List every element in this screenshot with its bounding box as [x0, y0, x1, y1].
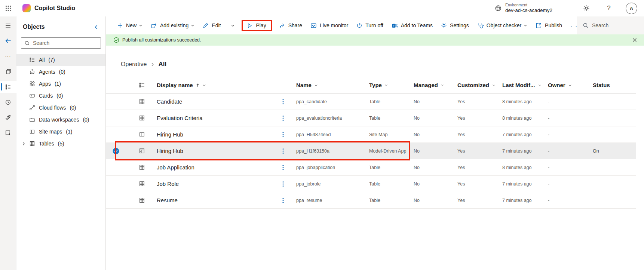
plus-icon	[117, 22, 123, 28]
row-commands-button[interactable]	[276, 132, 290, 138]
object-checker-button[interactable]: Object checker	[477, 22, 527, 29]
chevron-down-icon	[191, 24, 194, 27]
add-existing-button[interactable]: Add existing	[151, 22, 194, 29]
list-layout-icon[interactable]	[139, 82, 157, 88]
new-button[interactable]: New	[117, 22, 142, 28]
rocket-icon[interactable]	[1, 111, 15, 123]
tree-item-apps[interactable]: Apps (1)	[16, 78, 105, 90]
chevron-down-icon	[568, 83, 572, 87]
share-button[interactable]: Share	[279, 22, 302, 29]
chevron-right-icon	[150, 62, 154, 67]
column-header-customized[interactable]: Customized	[457, 82, 502, 88]
column-header-type[interactable]: Type	[369, 82, 414, 88]
row-commands-button[interactable]	[276, 99, 290, 105]
tree-item-cards[interactable]: Cards (0)	[16, 90, 105, 102]
breadcrumb-parent[interactable]: Operative	[121, 61, 147, 68]
row-commands-button[interactable]	[276, 165, 290, 171]
table-icon	[139, 181, 157, 187]
back-arrow-icon[interactable]	[1, 35, 15, 47]
table-row[interactable]: Evaluation Criteria ppa_evaluationcriter…	[106, 110, 636, 126]
table-row[interactable]: Resume ppa_resume Table No Yes 7 minutes…	[106, 192, 636, 209]
main-search-input[interactable]	[592, 22, 637, 28]
column-header-owner[interactable]: Owner	[548, 82, 593, 88]
table-icon	[139, 164, 157, 171]
row-commands-button[interactable]	[276, 181, 290, 187]
collapse-panel-icon[interactable]	[92, 23, 100, 31]
tree-item-agents[interactable]: Agents (0)	[16, 66, 105, 78]
chevron-down-icon	[492, 83, 496, 87]
column-header-name[interactable]: Name	[290, 82, 369, 88]
cloud-flow-icon	[29, 105, 35, 111]
tree-item-site-maps[interactable]: Site maps (1)	[16, 126, 105, 138]
settings-gear-icon[interactable]	[581, 3, 592, 14]
table-row[interactable]: Hiring Hub ppa_H54874e5d Site Map No Yes…	[106, 126, 636, 143]
publish-button[interactable]: Publish	[536, 22, 562, 29]
chevron-right-icon[interactable]	[21, 142, 27, 146]
turn-off-button[interactable]: Turn off	[356, 22, 383, 28]
tree-item-tables[interactable]: Tables (5)	[16, 138, 105, 150]
app-launcher-icon[interactable]	[0, 0, 16, 16]
add-to-teams-button[interactable]: Add to Teams	[392, 22, 433, 29]
row-commands-button[interactable]	[276, 148, 290, 154]
chevron-down-icon	[538, 83, 542, 87]
command-bar: New Add existing	[106, 16, 644, 34]
brand[interactable]: Copilot Studio	[22, 4, 75, 12]
table-row[interactable]: Job Application ppa_jobapplication Table…	[106, 159, 636, 176]
column-header-display-name[interactable]: Display name	[157, 82, 276, 88]
history-icon[interactable]	[1, 96, 15, 108]
chevron-down-icon	[202, 83, 206, 87]
main-search-box[interactable]	[577, 16, 644, 34]
chevron-down-icon	[384, 83, 388, 87]
rail-more-icon[interactable]: ···	[1, 50, 15, 62]
breadcrumb: Operative All	[121, 59, 644, 70]
solutions-icon[interactable]	[1, 127, 15, 139]
all-list-icon	[29, 57, 35, 63]
environment-label: Environment	[505, 3, 552, 7]
model-driven-app-icon	[139, 148, 157, 154]
pages-icon[interactable]	[1, 65, 15, 77]
banner-message: Publish all customizations succeeded.	[122, 37, 201, 43]
environment-picker[interactable]: Environment dev-ad-cs-academy2	[494, 3, 552, 14]
agent-bot-icon	[29, 69, 35, 75]
hamburger-menu-icon[interactable]	[1, 19, 15, 31]
tree-item-data-workspaces[interactable]: Data workspaces (0)	[16, 114, 105, 126]
objects-search-input[interactable]	[33, 40, 98, 46]
table-row[interactable]: Job Role ppa_jobrole Table No Yes 7 minu…	[106, 176, 636, 192]
table-icon	[139, 197, 157, 203]
objects-tree-icon[interactable]	[0, 81, 16, 93]
avatar[interactable]: A	[626, 3, 637, 14]
edit-dropdown-button[interactable]	[231, 24, 235, 28]
gear-icon	[441, 22, 447, 28]
chevron-down-icon	[524, 24, 527, 27]
table-row[interactable]: Candidate ppa_candidate Table No Yes 8 m…	[106, 93, 636, 110]
pencil-icon	[203, 22, 209, 28]
environment-name: dev-ad-cs-academy2	[505, 7, 552, 14]
left-nav-rail: ···	[0, 16, 16, 270]
row-selected-check-icon[interactable]	[106, 148, 139, 154]
row-commands-button[interactable]	[276, 197, 290, 203]
settings-button[interactable]: Settings	[441, 22, 469, 28]
table-header: Display name Name Type	[106, 77, 636, 93]
objects-table: Display name Name Type	[106, 77, 636, 209]
publish-icon	[536, 22, 542, 29]
column-header-last-modified[interactable]: Last Modif...	[502, 82, 548, 88]
success-banner: Publish all customizations succeeded.	[106, 34, 644, 46]
teams-icon	[392, 22, 398, 29]
help-icon[interactable]: ?	[603, 3, 614, 14]
edit-button[interactable]: Edit	[203, 22, 221, 28]
live-monitor-button[interactable]: Live monitor	[310, 22, 348, 29]
play-button[interactable]: Play	[247, 22, 266, 28]
card-icon	[29, 93, 35, 99]
table-row-selected[interactable]: Hiring Hub ppa_H1f63150a Model-Driven Ap…	[106, 143, 636, 159]
objects-search-box[interactable]	[21, 37, 101, 49]
sitemap-icon	[139, 131, 157, 138]
column-header-managed[interactable]: Managed	[414, 82, 457, 88]
close-icon[interactable]	[631, 36, 639, 44]
share-icon	[279, 22, 285, 29]
tree-item-all[interactable]: All (7)	[16, 54, 105, 66]
objects-tree: All (7) Agents (0)	[16, 54, 105, 150]
row-commands-button[interactable]	[276, 115, 290, 121]
table-icon	[29, 141, 35, 147]
environment-icon	[494, 4, 502, 12]
tree-item-cloud-flows[interactable]: Cloud flows (0)	[16, 102, 105, 114]
